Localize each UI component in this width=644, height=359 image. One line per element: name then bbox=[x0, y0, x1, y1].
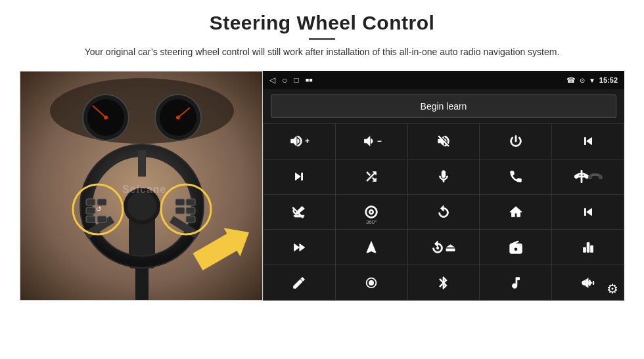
radio-button[interactable] bbox=[480, 230, 551, 264]
controls-grid: + − bbox=[263, 123, 624, 301]
car-image-area: ↺ Seicane bbox=[20, 71, 263, 301]
hang-up-button[interactable]: 📞 bbox=[552, 159, 624, 194]
undo-button[interactable] bbox=[408, 195, 480, 230]
settings-button[interactable]: ⚙ bbox=[603, 280, 622, 298]
mute-button[interactable] bbox=[408, 124, 480, 159]
shuffle-button[interactable] bbox=[336, 159, 407, 194]
svg-point-1 bbox=[50, 78, 234, 144]
begin-learn-button[interactable]: Begin learn bbox=[271, 95, 616, 118]
svg-rect-31 bbox=[186, 216, 195, 222]
nav-square-icon[interactable]: □ bbox=[294, 75, 298, 85]
svg-rect-41 bbox=[589, 280, 589, 285]
equalizer-button[interactable] bbox=[552, 230, 624, 264]
page-title: Steering Wheel Control bbox=[85, 12, 560, 34]
time-display: 15:52 bbox=[599, 76, 618, 84]
title-divider bbox=[309, 38, 335, 40]
svg-rect-23 bbox=[97, 199, 106, 205]
nav-back-icon[interactable]: ◁ bbox=[269, 75, 275, 85]
svg-rect-30 bbox=[186, 207, 195, 214]
svg-rect-38 bbox=[584, 280, 584, 285]
music-button[interactable] bbox=[480, 265, 551, 300]
svg-rect-22 bbox=[86, 216, 95, 222]
power-button[interactable] bbox=[480, 124, 551, 159]
svg-rect-42 bbox=[591, 282, 591, 284]
svg-rect-37 bbox=[582, 282, 582, 284]
record-button[interactable] bbox=[336, 265, 407, 300]
microphone-button[interactable] bbox=[408, 159, 480, 194]
svg-text:↺: ↺ bbox=[96, 205, 101, 213]
signal-icon: ■■ bbox=[306, 77, 313, 83]
svg-rect-40 bbox=[587, 281, 588, 285]
home-button[interactable] bbox=[480, 195, 551, 230]
fast-forward-button[interactable] bbox=[264, 230, 335, 264]
page-container: Steering Wheel Control Your original car… bbox=[0, 0, 644, 359]
svg-rect-43 bbox=[593, 281, 593, 285]
phone-button[interactable] bbox=[480, 159, 551, 194]
android-panel: ◁ ○ □ ■■ ☎ ⊙ ▼ 15:52 Begin learn bbox=[263, 71, 624, 301]
svg-rect-27 bbox=[175, 199, 185, 205]
source-button[interactable]: ⏏ bbox=[408, 230, 480, 264]
svg-rect-20 bbox=[86, 199, 95, 205]
360-view-button[interactable]: 360° bbox=[336, 195, 407, 230]
skip-start-button[interactable] bbox=[552, 195, 624, 230]
nav-home-icon[interactable]: ○ bbox=[282, 75, 287, 85]
svg-point-18 bbox=[127, 192, 156, 221]
title-section: Steering Wheel Control Your original car… bbox=[85, 12, 560, 67]
page-subtitle: Your original car’s steering wheel contr… bbox=[85, 45, 560, 59]
camera-off-button[interactable] bbox=[264, 195, 335, 230]
status-left: ◁ ○ □ ■■ bbox=[269, 75, 313, 85]
svg-point-36 bbox=[369, 280, 374, 285]
status-right: ☎ ⊙ ▼ 15:52 bbox=[566, 76, 618, 85]
bluetooth-button[interactable] bbox=[408, 265, 480, 300]
gear-icon: ⚙ bbox=[607, 281, 618, 297]
svg-rect-29 bbox=[186, 199, 195, 205]
svg-rect-21 bbox=[86, 207, 95, 214]
svg-rect-24 bbox=[97, 216, 106, 222]
svg-rect-28 bbox=[175, 207, 185, 214]
edit-button[interactable] bbox=[264, 265, 335, 300]
phone-status-icon: ☎ bbox=[566, 76, 576, 85]
svg-rect-39 bbox=[586, 279, 586, 286]
next-track-button[interactable] bbox=[264, 159, 335, 194]
navigate-button[interactable] bbox=[336, 230, 407, 264]
vol-up-button[interactable]: + bbox=[264, 124, 335, 159]
car-illustration: ↺ Seicane bbox=[20, 72, 263, 301]
wifi-status-icon: ▼ bbox=[589, 77, 595, 84]
prev-track-button[interactable] bbox=[552, 124, 624, 159]
svg-text:Seicane: Seicane bbox=[122, 184, 166, 195]
begin-learn-row: Begin learn bbox=[263, 89, 624, 123]
content-area: ↺ Seicane bbox=[20, 71, 624, 301]
svg-point-34 bbox=[437, 247, 440, 249]
status-bar: ◁ ○ □ ■■ ☎ ⊙ ▼ 15:52 bbox=[263, 71, 624, 89]
location-status-icon: ⊙ bbox=[580, 77, 585, 84]
vol-down-button[interactable]: − bbox=[336, 124, 407, 159]
